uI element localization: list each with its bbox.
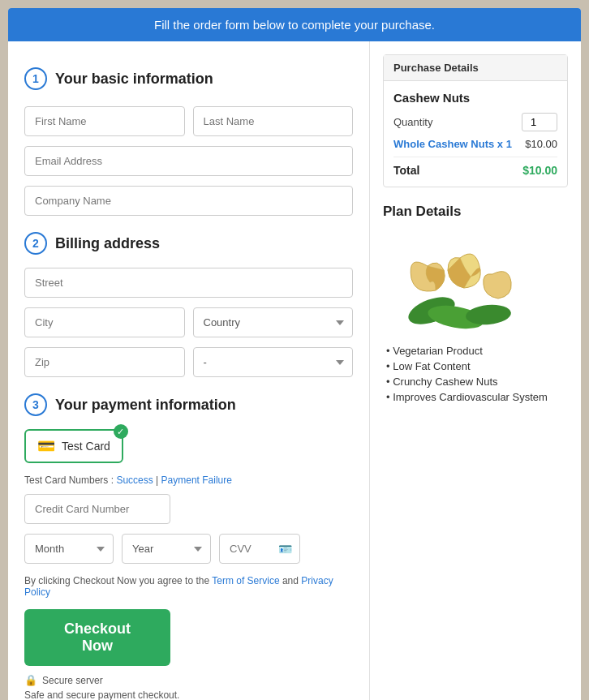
credit-card-row xyxy=(24,494,353,524)
zip-input[interactable] xyxy=(24,347,185,377)
quantity-label: Quantity xyxy=(393,116,432,128)
banner-text: Fill the order form below to complete yo… xyxy=(154,18,435,32)
total-value: $10.00 xyxy=(522,164,557,177)
last-name-input[interactable] xyxy=(193,106,354,136)
section-1-number: 1 xyxy=(24,67,47,90)
failure-link[interactable]: Payment Failure xyxy=(161,475,232,486)
basic-info-header: 1 Your basic information xyxy=(24,67,353,90)
quantity-row: Quantity xyxy=(393,113,557,131)
left-panel: 1 Your basic information 2 Billing addre… xyxy=(8,41,370,700)
plan-feature-item: Improves Cardiovascular System xyxy=(383,391,568,403)
cvv-row: Month Year 🪪 xyxy=(24,534,353,564)
separator: | xyxy=(153,475,161,486)
success-link[interactable]: Success xyxy=(116,475,153,486)
card-label: Test Card xyxy=(62,440,110,453)
plan-features: Vegetarian ProductLow Fat ContentCrunchy… xyxy=(383,345,568,403)
plan-feature-item: Crunchy Cashew Nuts xyxy=(383,376,568,388)
card-option[interactable]: 💳 Test Card ✓ xyxy=(24,429,123,463)
main-content: 1 Your basic information 2 Billing addre… xyxy=(8,41,581,700)
credit-card-input[interactable] xyxy=(24,494,170,524)
test-card-prefix: Test Card Numbers : xyxy=(24,475,116,486)
street-input[interactable] xyxy=(24,268,353,298)
billing-header: 2 Billing address xyxy=(24,232,353,255)
cashew-image xyxy=(383,230,545,335)
quantity-input[interactable] xyxy=(522,113,557,131)
email-input[interactable] xyxy=(24,146,353,176)
city-input[interactable] xyxy=(24,307,185,337)
product-name: Cashew Nuts xyxy=(393,91,557,105)
tos-link[interactable]: Term of Service xyxy=(212,575,279,586)
section-3-number: 3 xyxy=(24,393,47,416)
page-wrapper: Fill the order form below to complete yo… xyxy=(8,8,581,700)
street-row xyxy=(24,268,353,298)
top-banner: Fill the order form below to complete yo… xyxy=(8,8,581,41)
billing-title: Billing address xyxy=(55,235,160,252)
state-select[interactable]: - xyxy=(193,347,354,377)
city-country-row: Country xyxy=(24,307,353,337)
card-check-icon: ✓ xyxy=(114,424,128,439)
purchase-details-title: Purchase Details xyxy=(384,55,567,81)
cvv-card-icon: 🪪 xyxy=(278,543,292,556)
product-line: Whole Cashew Nuts x 1 xyxy=(393,138,512,150)
country-select[interactable]: Country xyxy=(193,307,354,337)
credit-card-icon: 💳 xyxy=(37,437,55,455)
first-name-input[interactable] xyxy=(24,106,185,136)
zip-state-row: - xyxy=(24,347,353,377)
name-row xyxy=(24,106,353,136)
checkout-button[interactable]: Checkout Now xyxy=(24,609,170,666)
plan-feature-item: Vegetarian Product xyxy=(383,345,568,357)
test-card-info: Test Card Numbers : Success | Payment Fa… xyxy=(24,475,353,486)
purchase-details-box: Purchase Details Cashew Nuts Quantity Wh… xyxy=(383,54,568,187)
product-line-row: Whole Cashew Nuts x 1 $10.00 xyxy=(393,138,557,150)
lock-icon: 🔒 xyxy=(24,674,37,686)
payment-header: 3 Your payment information xyxy=(24,393,353,416)
safe-text: Safe and secure payment checkout. xyxy=(24,689,353,700)
section-2-number: 2 xyxy=(24,232,47,255)
plan-feature-item: Low Fat Content xyxy=(383,360,568,372)
cvv-wrap: 🪪 xyxy=(219,534,300,564)
total-label: Total xyxy=(393,164,419,177)
right-panel: Purchase Details Cashew Nuts Quantity Wh… xyxy=(370,41,581,700)
secure-label: Secure server xyxy=(42,675,103,686)
plan-details: Plan Details xyxy=(383,204,568,403)
terms-prefix: By clicking Checkout Now you agree to th… xyxy=(24,575,212,586)
email-row xyxy=(24,146,353,176)
plan-details-title: Plan Details xyxy=(383,204,568,220)
year-select[interactable]: Year xyxy=(122,534,211,564)
basic-info-title: Your basic information xyxy=(55,71,213,88)
total-row: Total $10.00 xyxy=(393,157,557,177)
terms-text: By clicking Checkout Now you agree to th… xyxy=(24,575,353,598)
terms-mid: and xyxy=(280,575,302,586)
payment-title: Your payment information xyxy=(55,397,236,414)
month-select[interactable]: Month xyxy=(24,534,114,564)
secure-info: 🔒 Secure server xyxy=(24,674,353,686)
company-input[interactable] xyxy=(24,186,353,216)
product-price: $10.00 xyxy=(525,138,557,150)
company-row xyxy=(24,186,353,216)
